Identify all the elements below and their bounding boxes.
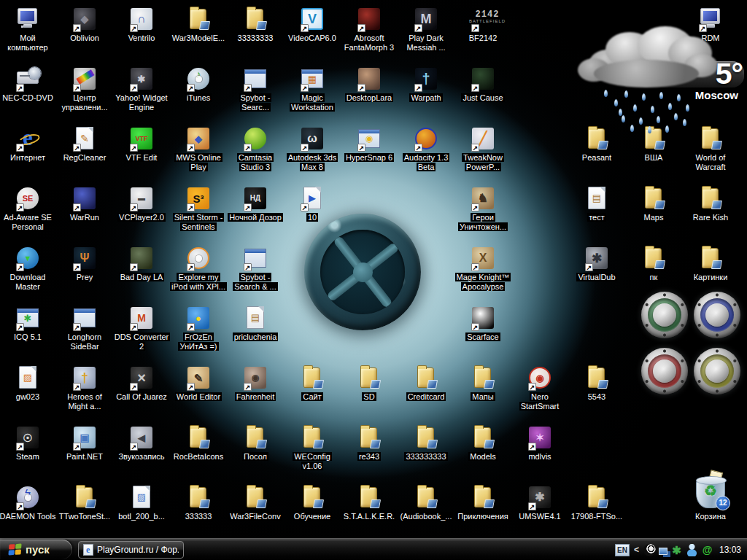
desktop-icon-play-dark-messiah[interactable]: MPlay Dark Messiah ... xyxy=(395,6,457,52)
desktop-icon-rare-kish[interactable]: Rare Kish xyxy=(680,185,741,222)
desktop-icon-vtf-edit[interactable]: VTFVTF Edit xyxy=(111,125,172,163)
desktop-icon-центр-управлени[interactable]: Центр управлени... xyxy=(54,66,115,112)
desktop-icon-camtasia-studio-3[interactable]: Camtasia Studio 3 xyxy=(225,125,286,172)
icq-flower-tray-icon[interactable]: ✱ xyxy=(670,544,683,556)
desktop-icon-мапы[interactable]: Мапы xyxy=(452,365,514,402)
desktop-icon-spybot-search[interactable]: Spybot - Search & ... xyxy=(225,245,286,292)
desktop-icon-mdlvis[interactable]: ✶mdlvis xyxy=(509,424,570,462)
desktop-icon-spybot-searc[interactable]: Spybot - Searc... xyxy=(225,66,286,112)
weather-widget[interactable]: 5° Moscow xyxy=(576,20,747,130)
desktop-icon-creditcard[interactable]: Creditcard xyxy=(395,365,457,402)
desktop-icon-tweaknow-powerp[interactable]: ╱TweakNow PowerP... xyxy=(452,125,514,172)
desktop-icon-rocbetaicons[interactable]: RocBetaIcons xyxy=(168,424,229,462)
desktop-icon-333333[interactable]: 333333 xyxy=(168,484,229,521)
desktop-icon-fahrenheit[interactable]: ◉Fahrenheit xyxy=(225,365,286,402)
desktop-icon-звукозапись[interactable]: ◀Звукозапись xyxy=(111,424,172,462)
desktop-icon-333333333[interactable]: 333333333 xyxy=(395,424,457,462)
desktop-icon-botl-200-b[interactable]: ▨botl_200_b... xyxy=(111,484,172,521)
start-button[interactable]: пуск xyxy=(0,540,72,559)
desktop-icon-download-master[interactable]: ▼Download Master xyxy=(0,245,58,292)
desktop-icon-герои-уничтожен[interactable]: ♞Герои Уничтожен... xyxy=(452,185,514,232)
desktop-icon-frozen-унитаз[interactable]: ●FrOzEn УнИтАз =) xyxy=(168,305,229,351)
desktop-icon-warrun[interactable]: WarRun xyxy=(54,185,115,222)
taskbar-task-playground[interactable]: PlayGround.ru / Фор... xyxy=(78,541,184,559)
desktop-icon-5543[interactable]: 5543 xyxy=(566,365,627,402)
desktop-icon-just-cause[interactable]: Just Cause xyxy=(452,66,514,103)
desktop-icon-картинки[interactable]: Картинки xyxy=(680,245,741,282)
desktop-icon-ventrilo[interactable]: ∩Ventrilo xyxy=(111,6,172,43)
desktop-icon-virtualdub[interactable]: ✱VirtualDub xyxy=(566,245,627,282)
desktop-icon-dds-converter-2[interactable]: MDDS Converter 2 xyxy=(111,305,172,351)
power-knob-red[interactable] xyxy=(641,348,688,394)
desktop-icon-war3fileconv[interactable]: War3FileConv xyxy=(225,484,286,521)
desktop-icon-regcleaner[interactable]: ✎RegCleaner xyxy=(54,125,115,163)
desktop-icon-пк[interactable]: пк xyxy=(623,245,684,282)
desktop-icon-umswe4-1[interactable]: ✱UMSWE4.1 xyxy=(509,484,570,521)
desktop-icon-videocap6-0[interactable]: VVideoCAP6.0 xyxy=(282,6,343,43)
desktop-icon-yahoo-widget-engine[interactable]: ✱Yahoo! Widget Engine xyxy=(111,66,172,112)
desktop-icon-silent-storm-sentinels[interactable]: S³Silent Storm - Sentinels xyxy=(168,185,229,232)
desktop-icon-longhorn-sidebar[interactable]: Longhorn SideBar xyxy=(54,305,115,351)
network-tray-icon[interactable] xyxy=(659,548,667,555)
desktop-icon-s-t-a-l-k-e-r[interactable]: S.T.A.L.K.E.R. xyxy=(338,484,400,521)
desktop-icon-33333333[interactable]: 33333333 xyxy=(225,6,286,43)
desktop-icon-bf2142[interactable]: 2142BATTLEFIELDBF2142 xyxy=(452,6,514,43)
desktop-icon-warpath[interactable]: †Warpath xyxy=(395,66,457,103)
desktop-icon-sd[interactable]: SD xyxy=(338,365,400,402)
desktop-icon-nec-cd-dvd[interactable]: NEC-CD-DVD xyxy=(0,66,58,103)
desktop-icon-icq-5-1[interactable]: ✱ICQ 5.1 xyxy=(0,305,58,342)
language-indicator[interactable]: EN xyxy=(615,544,630,556)
desktop-icon-mws-online-play[interactable]: ◆MWS Online Play xyxy=(168,125,229,172)
desktop-icon-интернет[interactable]: eИнтернет xyxy=(0,125,58,163)
desktop-icon-daemon-tools[interactable]: ϟDAEMON Tools xyxy=(0,484,58,521)
desktop-icon-10[interactable]: ▶10 xyxy=(282,185,343,222)
desktop-icon-mage-knight-apocalypse[interactable]: XMage Knight™ Apocalypse xyxy=(452,245,514,292)
desktop-icon-paint-net[interactable]: ▣Paint.NET xyxy=(54,424,115,462)
desktop-icon-мой-компьютер[interactable]: Мой компьютер xyxy=(0,6,58,52)
desktop-icon-weconfig-v1-06[interactable]: WEConfig v1.06 xyxy=(282,424,343,471)
desktop-icon-audiobook[interactable]: (Audiobook_... xyxy=(395,484,457,521)
user-tray-icon[interactable] xyxy=(686,544,698,556)
desktop-icon-autodesk-3ds-max-8[interactable]: ωAutodesk 3ds Max 8 xyxy=(282,125,343,172)
desktop-icon-heroes-of-might-a[interactable]: †Heroes of Might a... xyxy=(54,365,115,411)
desktop-icon-steam[interactable]: ☉Steam xyxy=(0,424,58,462)
desktop-icon-ttwotonest[interactable]: TTwoToneSt... xyxy=(54,484,115,521)
desktop-icon-itunes[interactable]: ♪iTunes xyxy=(168,66,229,103)
desktop-icon-peasant[interactable]: Peasant xyxy=(566,125,627,163)
desktop-icon-сайт[interactable]: Сайт xyxy=(282,365,343,402)
desktop-icon-oblivion[interactable]: ◆Oblivion xyxy=(54,6,115,43)
desktop-icon-audacity-1-3-beta[interactable]: Audacity 1.3 Beta xyxy=(395,125,457,172)
desktop-icon-ночной-дозор[interactable]: НДНочной Дозор xyxy=(225,185,286,222)
desktop-icon-nero-startsmart[interactable]: ◉Nero StartSmart xyxy=(509,365,570,411)
desktop-icon-pricluchenia[interactable]: ▤pricluchenia xyxy=(225,305,286,342)
desktop-icon-models[interactable]: Models xyxy=(452,424,514,462)
desktop-icon-vcplayer2-0[interactable]: ▬VCPlayer2.0 xyxy=(111,185,172,222)
desktop-icon-desktoplara[interactable]: DesktopLara xyxy=(338,66,400,103)
desktop-icon-maps[interactable]: Maps xyxy=(623,185,684,222)
desktop-icon-call-of-juarez[interactable]: ×Call Of Juarez xyxy=(111,365,172,402)
icq-at-tray-icon[interactable]: @ xyxy=(701,544,713,556)
desktop-icon-abrosoft-fantamorph-3[interactable]: Abrosoft FantaMorph 3 xyxy=(338,6,400,52)
power-knob-green[interactable] xyxy=(641,292,688,338)
desktop-icon-prey[interactable]: ΨPrey xyxy=(54,245,115,282)
taskbar-clock[interactable]: 13:03 xyxy=(719,545,741,555)
desktop-icon-ad-aware-se-personal[interactable]: SEAd-Aware SE Personal xyxy=(0,185,58,232)
desktop-icon-посол[interactable]: Посол xyxy=(225,424,286,462)
tray-collapse-chevron[interactable]: < xyxy=(632,545,640,555)
desktop-icon-bad-day-la[interactable]: Bad Day LA xyxy=(111,245,172,282)
desktop-icon-тест[interactable]: ▤тест xyxy=(566,185,627,222)
desktop-icon-world-of-warcraft[interactable]: World of Warcraft xyxy=(680,125,741,172)
steam-tray-icon[interactable] xyxy=(643,544,656,556)
desktop-icon-re343[interactable]: re343 xyxy=(338,424,400,462)
desktop-icon-обучение[interactable]: Обучение xyxy=(282,484,343,521)
desktop-icon-scarface[interactable]: Scarface xyxy=(452,305,514,342)
desktop-icon-explore-my-ipod-with-xpl[interactable]: Explore my iPod with XPl... xyxy=(168,245,229,292)
desktop-icon-war3modele[interactable]: War3ModelE... xyxy=(168,6,229,43)
power-knob-olive[interactable] xyxy=(694,348,740,394)
desktop-icon-17908-ftso[interactable]: 17908-FTSo... xyxy=(566,484,627,521)
desktop-icon-world-editor[interactable]: ✎World Editor xyxy=(168,365,229,402)
desktop-icon-приключения[interactable]: Приключения xyxy=(452,484,514,521)
power-knob-blue[interactable] xyxy=(694,292,740,338)
desktop-icon-корзина[interactable]: ♻12Корзина xyxy=(680,484,741,521)
desktop-icon-magic-workstation[interactable]: ▦Magic Workstation xyxy=(282,66,343,112)
